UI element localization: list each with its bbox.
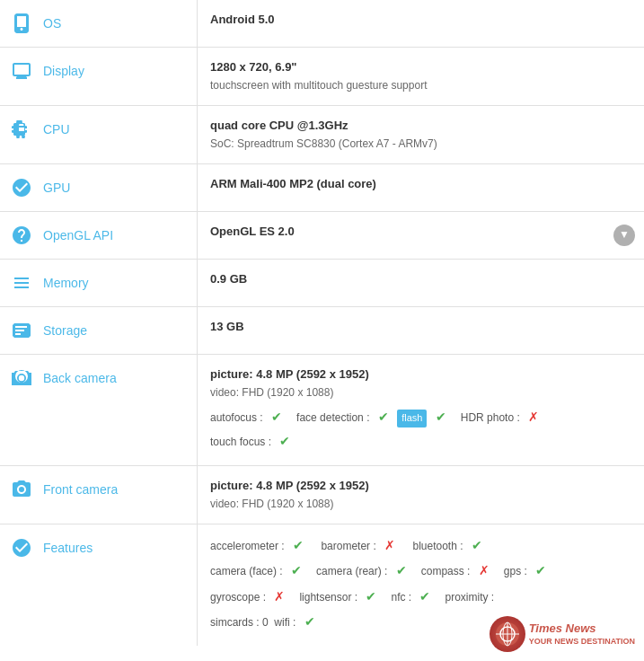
os-value-main: Android 5.0 <box>210 11 631 30</box>
features-line-3: gyroscope : ✗ lightsensor : ✔ nfc : ✔ pr… <box>210 586 631 606</box>
row-back-camera: Back camera picture: 4.8 MP (2592 x 1952… <box>0 355 644 466</box>
row-front-camera: Front camera picture: 4.8 MP (2592 x 195… <box>0 466 644 524</box>
flash-badge: flash <box>397 410 427 427</box>
opengl-dropdown-arrow[interactable]: ▼ <box>613 225 635 246</box>
label-storage: Storage <box>0 307 198 354</box>
label-back-camera: Back camera <box>0 355 198 465</box>
front-camera-value-main: picture: 4.8 MP (2592 x 1952) <box>210 477 631 496</box>
features-line-2: camera (face) : ✔ camera (rear) : ✔ comp… <box>210 560 631 580</box>
display-icon <box>9 58 34 84</box>
front-camera-icon <box>9 477 34 502</box>
label-storage-text: Storage <box>43 318 87 343</box>
label-memory: Memory <box>0 260 198 306</box>
label-opengl-text: OpenGL API <box>43 223 113 248</box>
label-gpu: GPU <box>0 164 198 211</box>
label-features: Features <box>0 524 198 647</box>
back-camera-value-sub: video: FHD (1920 x 1088) <box>210 384 631 401</box>
features-icon <box>9 535 34 560</box>
row-storage: Storage 13 GB <box>0 307 644 355</box>
value-opengl: OpenGL ES 2.0 ▼ <box>198 212 644 259</box>
label-opengl: OpenGL API <box>0 212 198 259</box>
watermark-circle <box>490 616 525 646</box>
row-opengl: OpenGL API OpenGL ES 2.0 ▼ <box>0 212 644 260</box>
gpu-icon <box>9 175 34 200</box>
watermark: Times News YOUR NEWS DESTINATION <box>490 616 635 646</box>
cpu-icon <box>9 117 34 142</box>
autofocus-check: ✔ <box>271 410 282 424</box>
row-display: Display 1280 x 720, 6.9" touchscreen wit… <box>0 48 644 106</box>
os-icon <box>9 11 34 36</box>
svg-point-0 <box>19 487 24 492</box>
touch-focus-check: ✔ <box>279 434 290 448</box>
watermark-tagline: YOUR NEWS DESTINATION <box>529 637 635 646</box>
cpu-value-sub: SoC: Spreadtrum SC8830 (Cortex A7 - ARMv… <box>210 136 631 153</box>
front-camera-value-sub: video: FHD (1920 x 1088) <box>210 496 631 513</box>
label-features-text: Features <box>43 535 93 560</box>
storage-icon <box>9 318 34 343</box>
label-front-camera: Front camera <box>0 466 198 524</box>
label-cpu: CPU <box>0 106 198 163</box>
label-os: OS <box>0 0 198 47</box>
display-value-main: 1280 x 720, 6.9" <box>210 58 631 77</box>
hdr-cross: ✗ <box>528 410 539 424</box>
back-camera-features-2: touch focus : ✔ <box>210 431 631 451</box>
memory-value-main: 0.9 GB <box>210 270 631 289</box>
row-memory: Memory 0.9 GB <box>0 260 644 307</box>
memory-icon <box>9 270 34 295</box>
value-os: Android 5.0 <box>198 0 644 47</box>
label-back-camera-text: Back camera <box>43 366 117 391</box>
features-line-1: accelerometer : ✔ barometer : ✗ bluetoot… <box>210 535 631 555</box>
value-display: 1280 x 720, 6.9" touchscreen with multit… <box>198 48 644 105</box>
opengl-icon <box>9 223 34 248</box>
spec-table: OS Android 5.0 Display 1280 x 720, 6.9" … <box>0 0 644 646</box>
row-cpu: CPU quad core CPU @1.3GHz SoC: Spreadtru… <box>0 106 644 164</box>
label-display: Display <box>0 48 198 105</box>
label-display-text: Display <box>43 58 84 84</box>
watermark-logo: Times News YOUR NEWS DESTINATION <box>490 616 635 646</box>
display-value-sub: touchscreen with multitouch guesture sup… <box>210 77 631 94</box>
storage-value-main: 13 GB <box>210 318 631 337</box>
value-gpu: ARM Mali-400 MP2 (dual core) <box>198 164 644 211</box>
row-gpu: GPU ARM Mali-400 MP2 (dual core) <box>0 164 644 212</box>
value-front-camera: picture: 4.8 MP (2592 x 1952) video: FHD… <box>198 466 644 524</box>
value-storage: 13 GB <box>198 307 644 354</box>
watermark-name: Times News <box>529 621 635 635</box>
back-camera-icon <box>9 366 34 391</box>
face-detection-check: ✔ <box>378 410 389 424</box>
label-gpu-text: GPU <box>43 175 70 200</box>
label-front-camera-text: Front camera <box>43 477 118 502</box>
flash-check: ✔ <box>436 410 446 424</box>
opengl-value-main: OpenGL ES 2.0 <box>210 223 631 242</box>
label-os-text: OS <box>43 11 61 36</box>
cpu-value-main: quad core CPU @1.3GHz <box>210 117 631 136</box>
row-os: OS Android 5.0 <box>0 0 644 48</box>
value-back-camera: picture: 4.8 MP (2592 x 1952) video: FHD… <box>198 355 644 465</box>
back-camera-value-main: picture: 4.8 MP (2592 x 1952) <box>210 366 631 384</box>
label-memory-text: Memory <box>43 270 89 295</box>
label-cpu-text: CPU <box>43 117 70 142</box>
value-cpu: quad core CPU @1.3GHz SoC: Spreadtrum SC… <box>198 106 644 163</box>
gpu-value-main: ARM Mali-400 MP2 (dual core) <box>210 175 631 194</box>
back-camera-features-1: autofocus : ✔ face detection : ✔ flash ✔… <box>210 407 631 427</box>
value-memory: 0.9 GB <box>198 260 644 306</box>
